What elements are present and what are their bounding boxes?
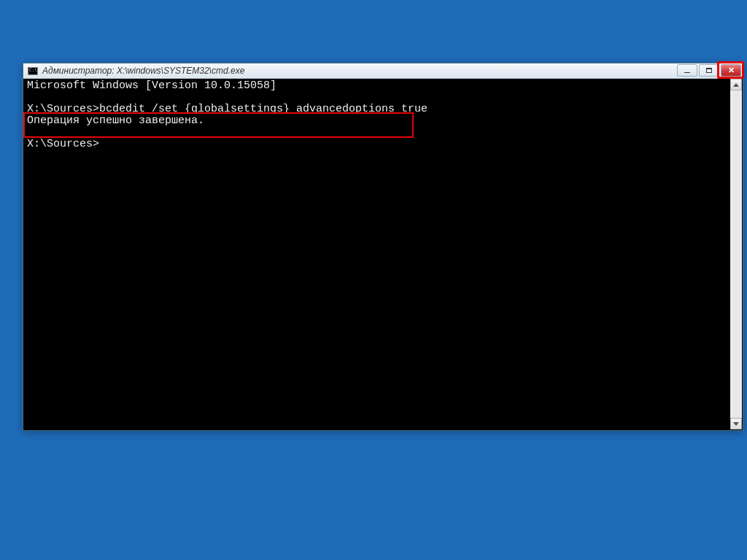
titlebar[interactable]: Администратор: X:\windows\SYSTEM32\cmd.e…: [23, 63, 743, 79]
maximize-button[interactable]: [699, 64, 719, 77]
maximize-icon: [706, 68, 712, 73]
console-output[interactable]: Microsoft Windows [Version 10.0.15058] X…: [24, 79, 730, 429]
command-text: bcdedit /set {globalsettings} advancedop…: [99, 103, 427, 115]
window-title: Администратор: X:\windows\SYSTEM32\cmd.e…: [42, 63, 244, 79]
close-button[interactable]: ✕: [721, 64, 741, 77]
scroll-up-button[interactable]: [730, 79, 742, 90]
chevron-up-icon: [733, 83, 739, 87]
prompt: X:\Sources>: [27, 103, 99, 115]
cmd-icon: [28, 67, 38, 75]
minimize-button[interactable]: [677, 64, 697, 77]
result-line: Операция успешно завершена.: [27, 114, 204, 127]
close-icon: ✕: [728, 66, 735, 75]
vertical-scrollbar[interactable]: [730, 79, 742, 429]
window-controls: ✕: [677, 64, 741, 77]
prompt: X:\Sources>: [27, 138, 99, 150]
cmd-window: Администратор: X:\windows\SYSTEM32\cmd.e…: [23, 63, 743, 431]
scroll-down-button[interactable]: [730, 418, 742, 429]
chevron-down-icon: [733, 422, 739, 426]
minimize-icon: [684, 72, 690, 74]
version-line: Microsoft Windows [Version 10.0.15058]: [27, 79, 276, 92]
